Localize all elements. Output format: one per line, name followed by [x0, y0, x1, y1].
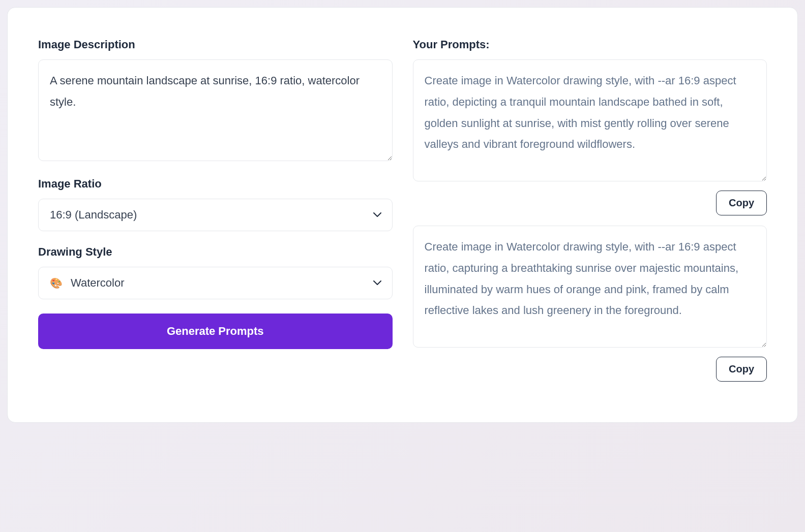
- copy-row-1: Copy: [413, 191, 767, 215]
- prompt-generator-card: Image Description Image Ratio 16:9 (Land…: [7, 7, 798, 423]
- style-select-wrapper: 🎨 Watercolor: [38, 267, 393, 299]
- content-columns: Image Description Image Ratio 16:9 (Land…: [38, 38, 767, 392]
- description-input[interactable]: [38, 59, 393, 161]
- style-selected-value: Watercolor: [71, 276, 125, 290]
- copy-button-2[interactable]: Copy: [716, 357, 767, 382]
- style-field-group: Drawing Style 🎨 Watercolor: [38, 245, 393, 299]
- style-select[interactable]: 🎨 Watercolor: [38, 267, 393, 299]
- output-panel: Your Prompts: Copy Copy: [413, 38, 767, 392]
- input-panel: Image Description Image Ratio 16:9 (Land…: [38, 38, 393, 392]
- copy-button-1[interactable]: Copy: [716, 191, 767, 215]
- ratio-field-group: Image Ratio 16:9 (Landscape): [38, 177, 393, 231]
- prompt-output-1: Copy: [413, 59, 767, 215]
- ratio-selected-value: 16:9 (Landscape): [50, 208, 137, 222]
- prompt-textarea-1[interactable]: [413, 59, 767, 181]
- prompts-title: Your Prompts:: [413, 38, 767, 51]
- generate-button[interactable]: Generate Prompts: [38, 314, 393, 349]
- prompt-output-2: Copy: [413, 226, 767, 382]
- description-field-group: Image Description: [38, 38, 393, 163]
- copy-row-2: Copy: [413, 357, 767, 382]
- palette-icon: 🎨: [50, 277, 63, 289]
- ratio-label: Image Ratio: [38, 177, 393, 191]
- prompt-textarea-2[interactable]: [413, 226, 767, 348]
- description-label: Image Description: [38, 38, 393, 51]
- ratio-select-wrapper: 16:9 (Landscape): [38, 199, 393, 231]
- ratio-select[interactable]: 16:9 (Landscape): [38, 199, 393, 231]
- style-label: Drawing Style: [38, 245, 393, 259]
